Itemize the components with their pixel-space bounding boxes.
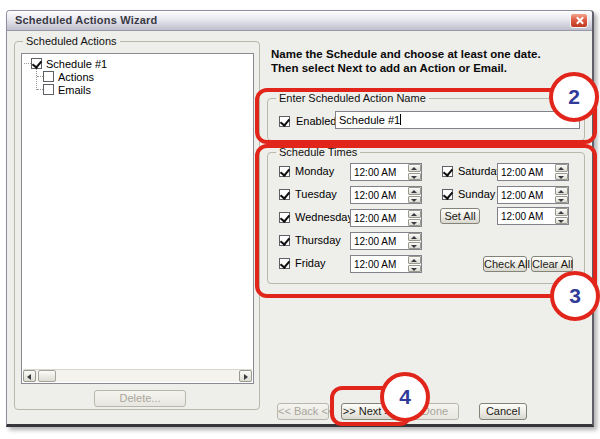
checkbox-unchecked-icon[interactable]	[43, 71, 54, 82]
scroll-right-button[interactable]	[239, 370, 252, 382]
tree-item-actions[interactable]: Actions	[43, 70, 94, 83]
scroll-right-icon	[244, 374, 248, 380]
tree-item-schedule-1[interactable]: Schedule #1	[31, 57, 107, 70]
wizard-instructions: Name the Schedule and choose at least on…	[271, 47, 591, 75]
close-button[interactable]	[570, 13, 588, 28]
scheduled-actions-group-label: Scheduled Actions	[23, 35, 120, 47]
instruction-line-1: Name the Schedule and choose at least on…	[271, 47, 591, 61]
delete-button[interactable]: Delete...	[94, 390, 186, 407]
annotation-box-3	[255, 144, 597, 298]
screenshot-stage: Scheduled Actions Wizard Scheduled Actio…	[0, 0, 600, 439]
checkbox-unchecked-icon[interactable]	[43, 84, 54, 95]
tree-items: Schedule #1 Actions Emails	[22, 54, 253, 369]
scroll-left-icon	[27, 374, 31, 380]
window-title: Scheduled Actions Wizard	[15, 14, 157, 26]
cancel-button[interactable]: Cancel	[479, 403, 527, 420]
tree-item-label: Emails	[58, 84, 91, 96]
back-button[interactable]: << Back <<	[277, 403, 329, 420]
annotation-badge-3: 3	[550, 271, 600, 321]
schedule-tree[interactable]: Schedule #1 Actions Emails	[21, 53, 254, 384]
title-bar[interactable]: Scheduled Actions Wizard	[7, 11, 592, 31]
tree-item-emails[interactable]: Emails	[43, 83, 91, 96]
scheduled-actions-group: Scheduled Actions Schedule #1 Actions	[14, 41, 260, 410]
horizontal-scrollbar[interactable]	[23, 369, 252, 382]
annotation-badge-2: 2	[549, 72, 599, 122]
annotation-badge-4: 4	[380, 372, 430, 422]
annotation-box-2	[255, 88, 597, 144]
instruction-line-2: Then select Next to add an Action or Ema…	[271, 61, 591, 75]
checkbox-checked-icon[interactable]	[31, 58, 42, 69]
tree-item-label: Actions	[58, 71, 94, 83]
close-icon	[575, 16, 584, 25]
tree-item-label: Schedule #1	[46, 58, 107, 70]
scroll-left-button[interactable]	[23, 370, 36, 382]
tree-connector	[24, 63, 31, 64]
scrollbar-thumb[interactable]	[38, 370, 56, 382]
